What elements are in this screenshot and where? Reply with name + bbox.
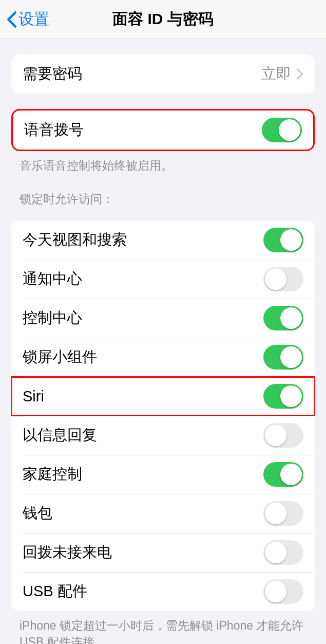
toggle-knob (280, 346, 302, 368)
row-lock-access-item: 通知中心 (11, 260, 315, 299)
row-label: 家庭控制 (23, 464, 82, 485)
toggle-lock-access-item[interactable] (263, 228, 303, 252)
row-lock-access-item: 控制中心 (11, 299, 315, 338)
nav-back-label: 设置 (18, 9, 49, 30)
row-label: USB 配件 (23, 581, 87, 602)
row-label: 钱包 (23, 503, 52, 524)
row-label: 今天视图和搜索 (23, 230, 127, 250)
toggle-knob (265, 542, 286, 563)
toggle-lock-access-item[interactable] (263, 345, 303, 370)
row-lock-access-item: 家庭控制 (11, 455, 315, 494)
row-voice-dial: 语音拨号 (13, 111, 313, 150)
row-value: 立即 (261, 64, 303, 84)
chevron-left-icon (6, 11, 17, 28)
toggle-knob (280, 385, 302, 407)
nav-back-button[interactable]: 设置 (0, 9, 49, 30)
group-lock-access: 今天视图和搜索通知中心控制中心锁屏小组件Siri以信息回复家庭控制钱包回拨未接来… (11, 220, 315, 611)
row-value-text: 立即 (261, 64, 291, 84)
row-label: Siri (23, 388, 44, 405)
row-lock-access-item: 回拨未接来电 (11, 533, 315, 572)
toggle-knob (265, 268, 286, 290)
chevron-right-icon (296, 68, 303, 80)
row-lock-access-item: 今天视图和搜索 (11, 220, 315, 260)
toggle-lock-access-item[interactable] (263, 540, 303, 565)
toggle-knob (265, 581, 286, 602)
row-label: 语音拨号 (24, 120, 84, 140)
row-lock-access-item: 钱包 (11, 494, 315, 533)
row-lock-access-item: 锁屏小组件 (11, 338, 315, 377)
footer-lock-access: iPhone 锁定超过一小时后，需先解锁 iPhone 才能允许USB 配件连接… (0, 611, 326, 644)
row-label: 回拨未接来电 (23, 542, 112, 563)
toggle-knob (265, 503, 286, 524)
row-label: 以信息回复 (23, 425, 97, 446)
toggle-lock-access-item[interactable] (263, 579, 303, 604)
group-voice-dial: 语音拨号 (11, 109, 315, 151)
row-lock-access-item: Siri (11, 377, 315, 416)
row-lock-access-item: 以信息回复 (11, 416, 315, 455)
toggle-knob (279, 119, 300, 141)
toggle-knob (280, 307, 302, 329)
row-require-passcode[interactable]: 需要密码 立即 (11, 54, 315, 94)
row-label: 锁屏小组件 (23, 347, 97, 367)
toggle-lock-access-item[interactable] (263, 267, 303, 291)
toggle-lock-access-item[interactable] (263, 384, 303, 409)
nav-bar: 设置 面容 ID 与密码 (0, 0, 326, 39)
section-header-lock-access: 锁定时允许访问： (0, 174, 326, 211)
toggle-voice-dial[interactable] (262, 118, 302, 142)
row-lock-access-item: USB 配件 (11, 572, 315, 611)
toggle-lock-access-item[interactable] (263, 501, 303, 526)
toggle-knob (265, 425, 286, 446)
toggle-lock-access-item[interactable] (263, 306, 303, 330)
toggle-lock-access-item[interactable] (263, 423, 303, 448)
row-label: 通知中心 (23, 269, 82, 289)
toggle-knob (280, 464, 302, 485)
footer-voice-dial: 音乐语音控制将始终被启用。 (0, 151, 326, 174)
row-label: 控制中心 (23, 308, 82, 328)
group-require-passcode: 需要密码 立即 (11, 54, 315, 94)
row-label: 需要密码 (23, 64, 82, 84)
toggle-lock-access-item[interactable] (263, 462, 303, 487)
toggle-knob (280, 229, 302, 251)
